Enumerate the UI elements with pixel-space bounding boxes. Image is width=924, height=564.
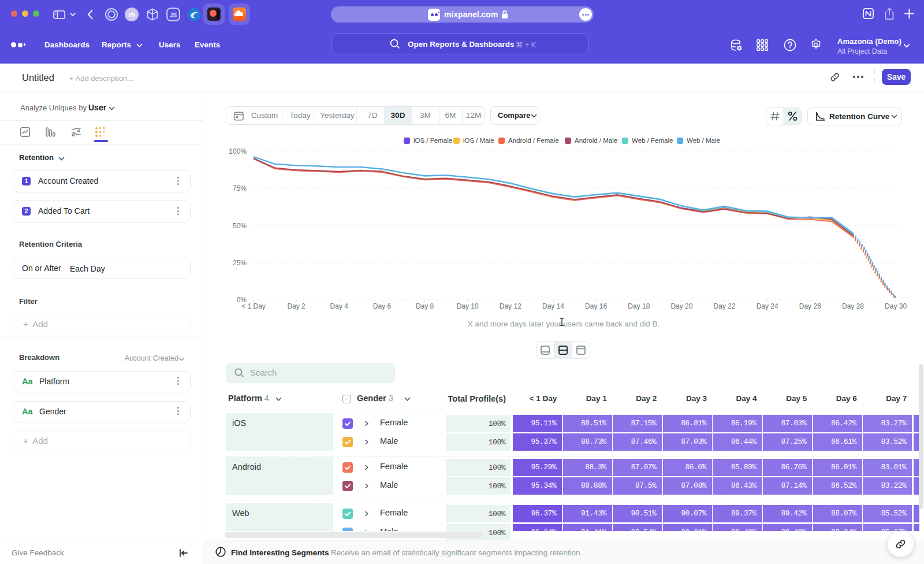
svg-text:25%: 25%	[233, 259, 247, 267]
svg-text:100%: 100%	[229, 147, 247, 155]
svg-text:Day 16: Day 16	[585, 302, 607, 310]
svg-text:Day 20: Day 20	[670, 302, 692, 310]
svg-text:Day 6: Day 6	[373, 302, 392, 310]
svg-text:Day 4: Day 4	[330, 302, 349, 310]
svg-text:Day 18: Day 18	[628, 302, 650, 310]
svg-text:Day 28: Day 28	[842, 302, 864, 310]
svg-text:Day 24: Day 24	[757, 302, 778, 310]
svg-text:Day 26: Day 26	[799, 302, 821, 310]
svg-text:Day 14: Day 14	[542, 302, 564, 310]
svg-text:Day 8: Day 8	[416, 302, 434, 310]
svg-text:50%: 50%	[233, 222, 247, 230]
svg-text:Day 12: Day 12	[500, 302, 521, 310]
svg-text:Day 2: Day 2	[287, 302, 305, 310]
svg-text:Day 10: Day 10	[457, 302, 479, 310]
svg-text:Day 30: Day 30	[885, 302, 907, 310]
svg-text:Day 22: Day 22	[713, 302, 735, 310]
svg-text:< 1 Day: < 1 Day	[241, 302, 266, 310]
svg-text:75%: 75%	[233, 184, 247, 192]
